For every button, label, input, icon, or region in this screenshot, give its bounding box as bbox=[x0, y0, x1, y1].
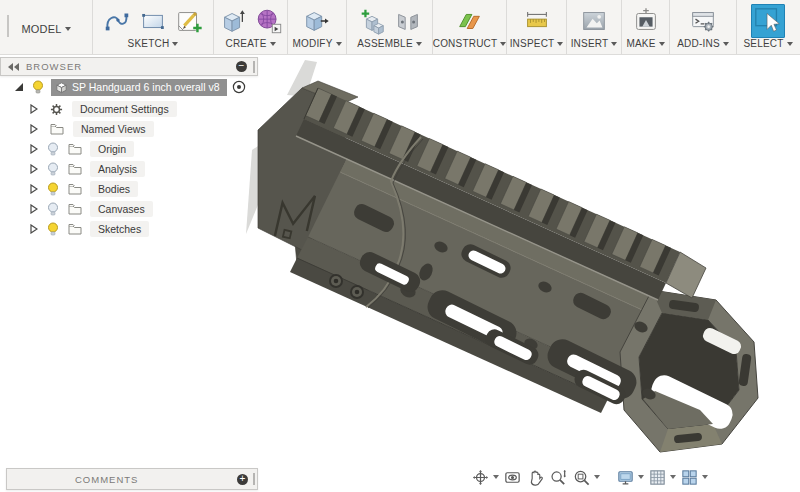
plus-circle-icon[interactable]: + bbox=[237, 474, 248, 485]
bulb-off-icon[interactable] bbox=[47, 142, 59, 156]
tree-item-label: Canvases bbox=[90, 201, 153, 217]
make-3d-print-icon[interactable] bbox=[629, 4, 663, 38]
collapse-panel-icon[interactable] bbox=[8, 63, 20, 71]
tree-item-label: Origin bbox=[90, 141, 134, 157]
collapsed-triangle-icon[interactable] bbox=[30, 104, 38, 114]
chevron-down-icon bbox=[270, 42, 276, 46]
collapsed-triangle-icon[interactable] bbox=[30, 204, 38, 214]
toolbar-group-select: SELECT bbox=[737, 0, 799, 54]
create-sketch-icon[interactable] bbox=[172, 4, 206, 38]
toolbar-grip-handle[interactable] bbox=[7, 15, 9, 37]
tree-row-analysis[interactable]: Analysis bbox=[0, 160, 145, 178]
tree-row-document-settings[interactable]: Document Settings bbox=[0, 100, 177, 118]
folder-icon bbox=[68, 223, 82, 235]
sketch-menu[interactable]: SKETCH bbox=[128, 38, 179, 49]
collapsed-triangle-icon[interactable] bbox=[30, 124, 38, 134]
fit-icon[interactable] bbox=[571, 467, 591, 487]
chevron-down-icon bbox=[557, 42, 563, 46]
workspace-switcher[interactable]: MODEL bbox=[0, 0, 93, 54]
press-pull-icon[interactable] bbox=[300, 4, 334, 38]
bulb-on-icon[interactable] bbox=[47, 222, 59, 236]
collapsed-triangle-icon[interactable] bbox=[30, 224, 38, 234]
inspect-menu[interactable]: INSPECT bbox=[510, 38, 564, 49]
bulb-on-icon[interactable] bbox=[47, 182, 59, 196]
form-icon[interactable] bbox=[252, 4, 286, 38]
tree-row-bodies[interactable]: Bodies bbox=[0, 180, 138, 198]
folder-icon bbox=[50, 123, 64, 135]
chevron-down-icon bbox=[659, 42, 665, 46]
comments-panel-title: COMMENTS bbox=[75, 474, 138, 485]
assemble-menu[interactable]: ASSEMBLE bbox=[357, 38, 422, 49]
collapsed-triangle-icon[interactable] bbox=[30, 184, 38, 194]
expanded-triangle-icon[interactable] bbox=[14, 82, 24, 92]
construct-menu[interactable]: CONSTRUCT bbox=[433, 38, 507, 49]
front-octagon-ring bbox=[620, 290, 758, 452]
handguard-model[interactable] bbox=[258, 81, 758, 452]
create-menu[interactable]: CREATE bbox=[225, 38, 275, 49]
bulb-off-icon[interactable] bbox=[47, 202, 59, 216]
toolbar-group-addins: ADD-INS bbox=[670, 0, 737, 54]
panel-resize-grip[interactable] bbox=[253, 473, 255, 485]
look-at-icon[interactable] bbox=[502, 467, 522, 487]
comments-panel-header[interactable]: COMMENTS + bbox=[6, 468, 258, 490]
component-cube-icon bbox=[55, 81, 68, 94]
collapsed-triangle-icon[interactable] bbox=[30, 144, 38, 154]
chevron-down-icon bbox=[336, 42, 342, 46]
browser-panel-title: BROWSER bbox=[26, 61, 82, 72]
addins-menu[interactable]: ADD-INS bbox=[677, 38, 729, 49]
select-cursor-icon[interactable] bbox=[751, 4, 785, 38]
minus-circle-icon[interactable]: − bbox=[236, 61, 247, 72]
toolbar-group-modify: MODIFY bbox=[288, 0, 347, 54]
scripts-addins-icon[interactable] bbox=[686, 4, 720, 38]
tree-row-root-component[interactable]: SP Handguard 6 inch overall v8 bbox=[0, 78, 246, 96]
tree-item-label: Bodies bbox=[90, 181, 138, 197]
activate-component-radio-icon[interactable] bbox=[232, 80, 246, 94]
folder-icon bbox=[68, 203, 82, 215]
two-point-rectangle-icon[interactable] bbox=[136, 4, 170, 38]
folder-icon bbox=[68, 163, 82, 175]
panel-resize-grip[interactable] bbox=[253, 61, 255, 73]
bulb-on-icon[interactable] bbox=[32, 80, 44, 94]
construction-plane-icon[interactable] bbox=[453, 4, 487, 38]
chevron-down-icon bbox=[500, 42, 506, 46]
joint-icon[interactable] bbox=[391, 4, 425, 38]
tree-row-sketches[interactable]: Sketches bbox=[0, 220, 149, 238]
select-menu[interactable]: SELECT bbox=[743, 38, 792, 49]
chevron-down-icon bbox=[723, 42, 729, 46]
bulb-off-icon[interactable] bbox=[47, 162, 59, 176]
chevron-down-icon[interactable] bbox=[670, 475, 676, 479]
grid-settings-icon[interactable] bbox=[647, 467, 667, 487]
pan-icon[interactable] bbox=[525, 467, 545, 487]
tree-row-named-views[interactable]: Named Views bbox=[0, 120, 154, 138]
navigation-toolbar bbox=[470, 466, 708, 488]
tree-row-origin[interactable]: Origin bbox=[0, 140, 134, 158]
chevron-down-icon bbox=[65, 27, 71, 31]
modify-menu[interactable]: MODIFY bbox=[292, 38, 341, 49]
make-menu[interactable]: MAKE bbox=[626, 38, 664, 49]
collapsed-triangle-icon[interactable] bbox=[30, 164, 38, 174]
chevron-down-icon[interactable] bbox=[493, 475, 499, 479]
tree-row-canvases[interactable]: Canvases bbox=[0, 200, 153, 218]
chevron-down-icon[interactable] bbox=[638, 475, 644, 479]
chevron-down-icon bbox=[611, 42, 617, 46]
extrude-icon[interactable] bbox=[216, 4, 250, 38]
chevron-down-icon bbox=[787, 42, 793, 46]
folder-icon bbox=[68, 143, 82, 155]
insert-menu[interactable]: INSERT bbox=[571, 38, 618, 49]
zoom-icon[interactable] bbox=[548, 467, 568, 487]
viewports-icon[interactable] bbox=[679, 467, 699, 487]
chevron-down-icon[interactable] bbox=[702, 475, 708, 479]
insert-image-icon[interactable] bbox=[577, 4, 611, 38]
display-settings-icon[interactable] bbox=[615, 467, 635, 487]
new-component-icon[interactable] bbox=[355, 4, 389, 38]
root-component-label: SP Handguard 6 inch overall v8 bbox=[72, 81, 219, 93]
orbit-icon[interactable] bbox=[470, 467, 490, 487]
tree-item-label: Document Settings bbox=[72, 101, 177, 117]
spline-icon[interactable] bbox=[100, 4, 134, 38]
chevron-down-icon[interactable] bbox=[594, 475, 600, 479]
root-component-selection[interactable]: SP Handguard 6 inch overall v8 bbox=[51, 79, 227, 96]
measure-icon[interactable] bbox=[520, 4, 554, 38]
tree-item-label: Sketches bbox=[90, 221, 149, 237]
chevron-down-icon bbox=[416, 42, 422, 46]
browser-panel-header[interactable]: BROWSER − bbox=[0, 57, 258, 76]
